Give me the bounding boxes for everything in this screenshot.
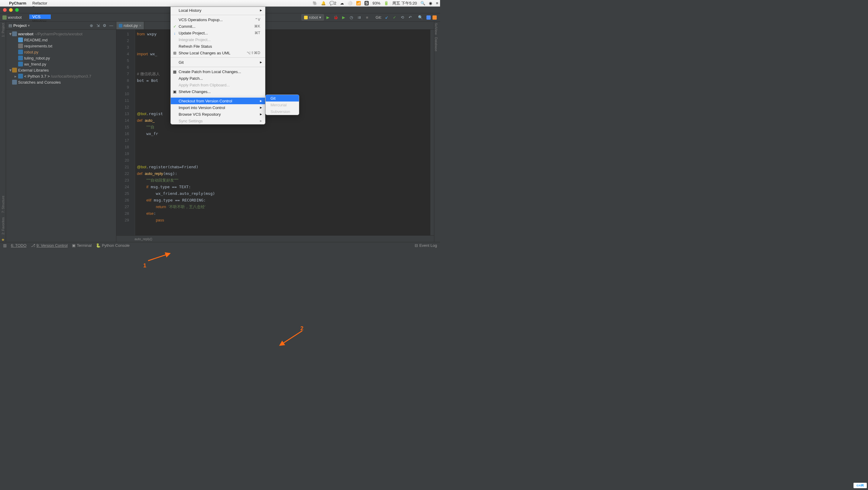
- status-eventlog[interactable]: ⊟ Event Log: [415, 243, 437, 248]
- tab-robot-py[interactable]: robot.py ×: [116, 22, 144, 29]
- wechat-icon[interactable]: 💬 2: [328, 1, 338, 5]
- py-file-icon: [18, 62, 23, 66]
- status-show-views[interactable]: ▥: [3, 243, 7, 248]
- status-vcs[interactable]: ⎇ 9: Version Control: [31, 243, 68, 248]
- file-name: robot.py: [24, 50, 38, 54]
- tree-file[interactable]: robot.py: [6, 49, 116, 55]
- menu-item[interactable]: VCS Operations Popup...⌃V: [171, 16, 265, 23]
- menu-item[interactable]: ▦Create Patch from Local Changes...: [171, 68, 265, 75]
- zoom-window-icon[interactable]: [15, 8, 19, 12]
- submenu-item[interactable]: Subversion: [266, 108, 299, 115]
- minimize-window-icon[interactable]: [9, 8, 13, 12]
- chevron-down-icon: ▾: [319, 15, 321, 20]
- submenu-item[interactable]: Mercurial: [266, 101, 299, 108]
- expand-all-icon[interactable]: ⇲: [95, 23, 100, 28]
- menu-item-label: Show Local Changes as UML: [179, 51, 230, 55]
- submenu-item[interactable]: Git: [266, 95, 299, 101]
- menu-item[interactable]: Local History▶: [171, 7, 265, 13]
- status-todo[interactable]: 6: TODO: [11, 243, 27, 248]
- menu-item[interactable]: ✓Commit...⌘K: [171, 23, 265, 30]
- tree-root[interactable]: ▼ wxrobot ~/PycharmProjects/wxrobot: [6, 31, 116, 37]
- menu-item-label: Update Project...: [179, 31, 208, 35]
- evernote-icon[interactable]: 🐘: [311, 1, 319, 5]
- scratches[interactable]: Scratches and Consoles: [6, 79, 116, 85]
- menu-item[interactable]: Apply Patch...: [171, 75, 265, 81]
- translate-button[interactable]: [433, 15, 437, 20]
- debug-button[interactable]: 🐞: [333, 14, 339, 21]
- tree-file[interactable]: README.md: [6, 37, 116, 43]
- git-history-button[interactable]: ⟲: [399, 14, 405, 21]
- wifi-icon[interactable]: 📶: [354, 1, 363, 5]
- breadcrumb-root[interactable]: wxrobot: [8, 15, 22, 20]
- project-tree: ▼ wxrobot ~/PycharmProjects/wxrobot READ…: [6, 30, 116, 87]
- yandex-button[interactable]: [427, 15, 431, 20]
- git-commit-button[interactable]: ✓: [392, 14, 397, 21]
- submenu-arrow-icon: ▶: [260, 9, 262, 12]
- status-terminal[interactable]: ▣ Terminal: [72, 243, 92, 248]
- menu-item[interactable]: ⊞Show Local Changes as UML⌥⇧⌘D: [171, 50, 265, 56]
- close-window-icon[interactable]: [3, 8, 7, 12]
- sciview-tool-tab[interactable]: SciView: [434, 22, 438, 36]
- project-view-icon: ▤: [8, 23, 12, 28]
- menu-item[interactable]: ↓Update Project...⌘T: [171, 30, 265, 36]
- py-file-icon: [18, 56, 23, 60]
- root-path: ~/PycharmProjects/wxrobot: [34, 32, 83, 36]
- git-revert-button[interactable]: ↶: [407, 14, 413, 21]
- search-everywhere-button[interactable]: 🔍: [417, 14, 424, 21]
- library-icon: [12, 68, 17, 72]
- project-folder-icon: [2, 15, 7, 20]
- menu-item[interactable]: ▣Shelve Changes...: [171, 88, 265, 95]
- sidebar-title[interactable]: Project: [13, 23, 27, 28]
- menu-refactor[interactable]: Refactor: [29, 1, 51, 5]
- menu-icon[interactable]: ≡: [434, 1, 440, 5]
- menu-item-label: Integrate Project...: [179, 37, 211, 42]
- notification-icon[interactable]: 🔔: [319, 1, 328, 5]
- clock[interactable]: 周五 下午5:20: [391, 1, 418, 6]
- sogou-icon[interactable]: S: [363, 1, 371, 5]
- status-pyconsole[interactable]: 🐍 Python Console: [96, 243, 130, 248]
- coverage-button[interactable]: ▶: [341, 14, 347, 21]
- editor-body[interactable]: 1234567891011121314151617181920212223242…: [116, 30, 434, 235]
- sync-icon[interactable]: ☁: [338, 1, 346, 5]
- database-tool-tab[interactable]: Database: [434, 36, 438, 53]
- bluetooth-icon[interactable]: ⚪: [346, 1, 354, 5]
- menu-item[interactable]: Git▶: [171, 59, 265, 66]
- menu-item-label: Commit...: [179, 24, 195, 29]
- attach-button[interactable]: ⇉: [356, 14, 362, 21]
- battery-icon[interactable]: 🔋: [382, 1, 391, 5]
- minimize-icon[interactable]: —: [109, 23, 114, 28]
- menu-item[interactable]: Checkout from Version Control▶: [171, 98, 265, 104]
- menu-vcs[interactable]: VCS: [29, 14, 51, 19]
- menu-item[interactable]: Refresh File Status: [171, 43, 265, 50]
- editor-scrollbar[interactable]: [430, 30, 434, 235]
- tree-file[interactable]: tuling_robot.py: [6, 55, 116, 61]
- settings-icon[interactable]: ⚙: [102, 23, 107, 28]
- project-tool-tab[interactable]: 1: Project: [1, 22, 5, 38]
- root-name: wxrobot: [18, 32, 34, 36]
- chevron-down-icon[interactable]: ▾: [28, 23, 30, 28]
- git-update-button[interactable]: ↙: [383, 14, 390, 21]
- menu-item[interactable]: Import into Version Control▶: [171, 104, 265, 111]
- menu-item[interactable]: Browse VCS Repository▶: [171, 111, 265, 118]
- favorites-tool-tab[interactable]: 2: Favorites: [1, 216, 5, 236]
- run-config-selector[interactable]: robot ▾: [301, 14, 324, 21]
- left-tool-stripe: 1: Project 7: Structure 2: Favorites ★: [0, 22, 6, 242]
- structure-tool-tab[interactable]: 7: Structure: [1, 195, 5, 214]
- fold-gutter: [131, 30, 135, 235]
- locate-icon[interactable]: ⊕: [89, 23, 94, 28]
- tree-file[interactable]: wx_friend.py: [6, 61, 116, 67]
- tree-file[interactable]: requirements.txt: [6, 43, 116, 49]
- run-button[interactable]: ▶: [325, 14, 331, 21]
- spotlight-icon[interactable]: 🔍: [418, 1, 427, 5]
- stop-button[interactable]: ■: [364, 14, 370, 21]
- external-libraries[interactable]: ▼ External Libraries: [6, 67, 116, 73]
- python-sdk[interactable]: ▸ < Python 3.7 > /usr/local/bin/python3.…: [6, 73, 116, 79]
- menu-item-label: Local History: [179, 8, 201, 13]
- siri-icon[interactable]: ◉: [427, 1, 434, 5]
- star-icon[interactable]: ★: [1, 237, 5, 242]
- profile-button[interactable]: ◷: [348, 14, 354, 21]
- submenu-arrow-icon: ▶: [260, 99, 262, 102]
- close-tab-icon[interactable]: ×: [139, 23, 142, 28]
- editor-breadcrumb[interactable]: auto_reply(): [116, 235, 434, 242]
- menu-lead-icon: ▦: [173, 69, 177, 74]
